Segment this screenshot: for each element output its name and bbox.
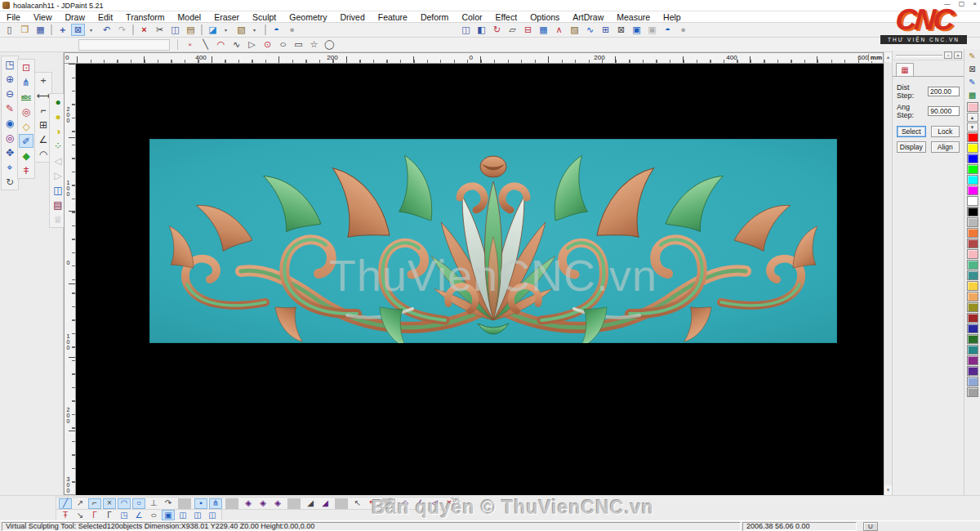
close-small-icon[interactable]: ×: [183, 38, 197, 51]
add-point-icon[interactable]: ＋: [36, 74, 51, 87]
rotate-objects-icon[interactable]: ↻: [490, 24, 504, 36]
color-down-icon[interactable]: ▼: [967, 123, 978, 132]
polygon-tool-icon[interactable]: ▷: [245, 38, 259, 51]
swatch-red[interactable]: [967, 132, 978, 142]
align-button[interactable]: Align: [931, 141, 960, 153]
copy-icon[interactable]: ◫: [168, 24, 182, 36]
swatch-olive[interactable]: [967, 302, 978, 312]
swatch-yellow[interactable]: [967, 143, 978, 153]
lock-button[interactable]: Lock: [931, 126, 960, 137]
dropdown-icon[interactable]: ▾: [219, 24, 233, 36]
menu-item[interactable]: File: [0, 11, 27, 23]
view-refresh-icon[interactable]: ↻: [2, 175, 17, 189]
rect-tool-icon[interactable]: ▭: [292, 38, 305, 51]
open-file-icon[interactable]: ❒: [18, 24, 32, 36]
frame-grid-icon[interactable]: ⊞: [599, 24, 612, 36]
scroll-up-icon[interactable]: ▲: [884, 52, 893, 62]
corner-red-icon[interactable]: Γ: [88, 510, 101, 520]
pattern-fill-icon[interactable]: ▩: [966, 89, 979, 101]
sep[interactable]: [178, 498, 191, 509]
smooth-peaks-icon[interactable]: ∧: [552, 24, 566, 36]
swatch-darkgreen[interactable]: [967, 334, 978, 344]
arc-tool-icon[interactable]: ◠: [214, 38, 228, 51]
sep[interactable]: [225, 498, 238, 509]
scroll-down-icon[interactable]: ▼: [884, 485, 893, 495]
swatch-sand[interactable]: [967, 292, 978, 301]
current-color-swatch[interactable]: [967, 102, 978, 112]
menu-item[interactable]: ArtDraw: [566, 11, 610, 23]
wrap-tool-icon[interactable]: ▨: [568, 24, 581, 36]
align-objects-icon[interactable]: ◧: [474, 24, 488, 36]
extend-tool-icon[interactable]: ↘: [74, 510, 87, 520]
group-copy-icon[interactable]: ◫: [176, 510, 189, 520]
swatch-blue[interactable]: [967, 154, 978, 163]
cursor-exclude-icon[interactable]: ↖: [351, 498, 364, 509]
minimize-icon[interactable]: —: [944, 0, 951, 7]
sep[interactable]: [201, 25, 203, 35]
vertical-scrollbar[interactable]: ▲ ▼: [884, 52, 892, 495]
swatch-black[interactable]: [967, 207, 978, 216]
menu-item[interactable]: Effect: [488, 11, 523, 23]
offset-corner-icon[interactable]: ◳: [118, 510, 131, 520]
corner-gray-icon[interactable]: Γ: [103, 510, 116, 520]
menu-item[interactable]: Edit: [91, 11, 119, 23]
diamond-end-icon[interactable]: ◈: [271, 498, 284, 509]
slope-tool-icon[interactable]: ◢: [304, 498, 317, 509]
menu-item[interactable]: Deform: [414, 11, 455, 23]
fillet-tool-icon[interactable]: ∠: [132, 510, 145, 520]
group-link-icon[interactable]: ◫: [206, 510, 219, 520]
menu-item[interactable]: Eraser: [207, 11, 246, 23]
panel-close-icon[interactable]: ×: [954, 51, 962, 59]
fill-region-icon[interactable]: ▣: [162, 510, 175, 520]
edit-curve-icon[interactable]: ⋔: [19, 75, 33, 89]
menu-item[interactable]: Color: [455, 11, 488, 23]
view-fly-icon[interactable]: ◉: [2, 116, 17, 130]
group-objects-icon[interactable]: ▣: [630, 24, 644, 36]
swatch-seagreen[interactable]: [967, 260, 978, 270]
unit-toggle-button[interactable]: U: [863, 522, 878, 531]
height-gauge-icon[interactable]: ǂ: [19, 163, 33, 177]
diamond-snap-icon[interactable]: ◈: [242, 498, 255, 509]
skew-objects-icon[interactable]: ▱: [506, 24, 519, 36]
corner-snap-icon[interactable]: ⌐: [88, 498, 101, 509]
line-tool-icon[interactable]: ╲: [198, 38, 212, 51]
render-sphere-icon[interactable]: ◓: [270, 24, 283, 36]
color-up-icon[interactable]: ▲: [967, 113, 978, 122]
menu-item[interactable]: Sculpt: [246, 11, 283, 23]
hatch-frame-icon[interactable]: ⊠: [614, 24, 628, 36]
swatch-purple[interactable]: [967, 355, 978, 365]
swatch-cyan[interactable]: [967, 175, 978, 185]
relief-board[interactable]: ThuVienCNC.vn: [149, 139, 837, 343]
save-file-icon[interactable]: ▦: [33, 24, 47, 36]
eraser-tool-icon[interactable]: ◇: [19, 119, 33, 133]
pan-move-icon[interactable]: ✥: [2, 145, 17, 159]
swatch-navy[interactable]: [967, 324, 978, 333]
display-button[interactable]: Display: [897, 141, 926, 153]
zoom-window-icon[interactable]: ◎: [2, 131, 17, 145]
array-grid-icon[interactable]: ▦: [537, 24, 550, 36]
cut-icon[interactable]: ✂: [153, 24, 167, 36]
ellipse-tool-icon[interactable]: ○: [274, 38, 292, 51]
swatch-pink[interactable]: [967, 249, 978, 259]
swatch-violet[interactable]: [967, 366, 978, 376]
zoom-in-icon[interactable]: ⊕: [2, 72, 17, 86]
paste-icon[interactable]: ▤: [184, 24, 198, 36]
pen-tool-icon[interactable]: ✎: [966, 50, 979, 62]
sculpt-brush-icon[interactable]: ✐: [19, 134, 33, 148]
canvas-viewport[interactable]: ThuVienCNC.vn: [76, 64, 884, 495]
menu-item[interactable]: Help: [657, 11, 688, 23]
select-objects-icon[interactable]: ⊡: [19, 60, 33, 74]
sep[interactable]: [335, 498, 348, 509]
sep[interactable]: [287, 498, 301, 509]
group-paste-icon[interactable]: ◫: [191, 510, 204, 520]
menu-item[interactable]: Options: [523, 11, 566, 23]
ungroup-icon[interactable]: ▣: [645, 24, 659, 36]
node-snap-icon[interactable]: ↗: [74, 498, 87, 509]
trim-tool-icon[interactable]: Ŧ: [59, 510, 72, 520]
swatch-gold[interactable]: [967, 281, 978, 291]
surface-mode-icon[interactable]: ◪: [206, 24, 220, 36]
menu-item[interactable]: Drived: [333, 11, 371, 23]
swatch-silver[interactable]: [967, 217, 978, 227]
profile-tool-icon[interactable]: ✎: [2, 101, 17, 115]
redo-icon[interactable]: ↷: [115, 24, 129, 36]
